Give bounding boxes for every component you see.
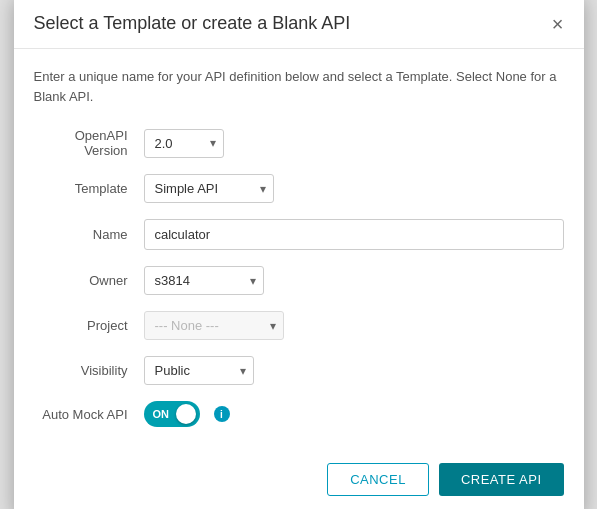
template-select[interactable]: Simple API None OAuth2 — [144, 174, 274, 203]
owner-row: Owner s3814 — [34, 266, 564, 295]
automock-info-icon[interactable]: i — [214, 406, 230, 422]
visibility-row: Visibility Public Private — [34, 356, 564, 385]
automock-label: Auto Mock API — [34, 407, 144, 422]
name-control — [144, 219, 564, 250]
modal-overlay: Select a Template or create a Blank API … — [0, 0, 597, 509]
automock-toggle-label: ON — [153, 408, 170, 420]
modal-description: Enter a unique name for your API definit… — [34, 67, 564, 106]
visibility-control: Public Private — [144, 356, 564, 385]
visibility-select-wrapper: Public Private — [144, 356, 254, 385]
visibility-label: Visibility — [34, 363, 144, 378]
name-row: Name — [34, 219, 564, 250]
modal-dialog: Select a Template or create a Blank API … — [14, 0, 584, 509]
modal-title: Select a Template or create a Blank API — [34, 13, 351, 34]
openapi-version-select[interactable]: 2.0 3.0 — [144, 129, 224, 158]
automock-toggle-wrapper: ON i — [144, 401, 564, 427]
project-control: --- None --- — [144, 311, 564, 340]
visibility-select[interactable]: Public Private — [144, 356, 254, 385]
automock-control: ON i — [144, 401, 564, 427]
openapi-version-select-wrapper: 2.0 3.0 — [144, 129, 224, 158]
name-label: Name — [34, 227, 144, 242]
project-row: Project --- None --- — [34, 311, 564, 340]
owner-select[interactable]: s3814 — [144, 266, 264, 295]
owner-control: s3814 — [144, 266, 564, 295]
template-row: Template Simple API None OAuth2 — [34, 174, 564, 203]
project-select-wrapper: --- None --- — [144, 311, 284, 340]
modal-footer: CANCEL CREATE API — [14, 453, 584, 509]
openapi-version-control: 2.0 3.0 — [144, 129, 564, 158]
template-control: Simple API None OAuth2 — [144, 174, 564, 203]
name-input[interactable] — [144, 219, 564, 250]
template-label: Template — [34, 181, 144, 196]
project-select[interactable]: --- None --- — [144, 311, 284, 340]
create-api-button[interactable]: CREATE API — [439, 463, 564, 496]
modal-header: Select a Template or create a Blank API … — [14, 0, 584, 49]
close-button[interactable]: × — [552, 14, 564, 34]
cancel-button[interactable]: CANCEL — [327, 463, 429, 496]
openapi-version-row: OpenAPI Version 2.0 3.0 — [34, 128, 564, 158]
openapi-version-label: OpenAPI Version — [34, 128, 144, 158]
automock-toggle-knob — [176, 404, 196, 424]
owner-select-wrapper: s3814 — [144, 266, 264, 295]
project-label: Project — [34, 318, 144, 333]
automock-row: Auto Mock API ON i — [34, 401, 564, 427]
automock-toggle[interactable]: ON — [144, 401, 200, 427]
owner-label: Owner — [34, 273, 144, 288]
template-select-wrapper: Simple API None OAuth2 — [144, 174, 274, 203]
modal-body: Enter a unique name for your API definit… — [14, 49, 584, 453]
